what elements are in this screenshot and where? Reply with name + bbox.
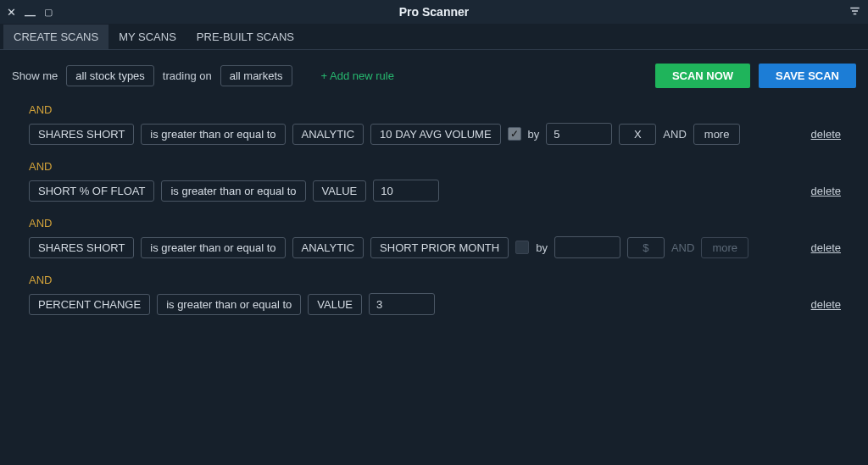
target-selector[interactable]: SHORT PRIOR MONTH [370, 237, 509, 258]
operator-selector[interactable]: is greater than or equal to [157, 294, 301, 315]
show-me-label: Show me [12, 69, 58, 82]
delete-rule-link[interactable]: delete [811, 241, 841, 254]
filter-bar: Show me all stock types trading on all m… [0, 50, 868, 97]
stock-type-selector[interactable]: all stock types [66, 65, 154, 86]
unit-selector[interactable]: $ [627, 237, 665, 258]
maximize-icon[interactable]: ▢ [44, 8, 53, 17]
and-connector: AND [0, 202, 868, 236]
value-input[interactable] [373, 180, 439, 202]
window-title: Pro Scanner [0, 5, 868, 19]
tab-bar: CREATE SCANS MY SCANS PRE-BUILT SCANS [0, 24, 868, 49]
scan-now-button[interactable]: SCAN NOW [655, 64, 750, 88]
mode-selector[interactable]: ANALYTIC [292, 237, 364, 258]
delete-rule-link[interactable]: delete [811, 185, 841, 197]
close-icon[interactable]: ✕ [7, 7, 16, 18]
save-scan-button[interactable]: SAVE SCAN [759, 64, 856, 88]
and-connector: AND [0, 97, 868, 123]
and-connector: AND [0, 145, 868, 180]
delete-rule-link[interactable]: delete [811, 128, 841, 141]
factor-input[interactable] [554, 236, 620, 258]
more-button[interactable]: more [701, 237, 748, 258]
metric-selector[interactable]: SHARES SHORT [29, 124, 134, 145]
operator-selector[interactable]: is greater than or equal to [141, 124, 285, 145]
factor-input[interactable] [546, 123, 612, 145]
by-label: by [528, 128, 540, 141]
market-selector[interactable]: all markets [220, 65, 292, 86]
unit-selector[interactable]: X [619, 124, 656, 145]
settings-icon[interactable] [849, 7, 861, 19]
mode-selector[interactable]: VALUE [313, 180, 367, 202]
by-checkbox[interactable]: ✓ [515, 241, 529, 254]
metric-selector[interactable]: SHARES SHORT [29, 237, 134, 258]
operator-selector[interactable]: is greater than or equal to [141, 237, 285, 258]
by-checkbox[interactable]: ✓ [508, 127, 521, 141]
tab-prebuilt-scans[interactable]: PRE-BUILT SCANS [186, 25, 304, 49]
by-label: by [536, 241, 548, 254]
inline-and: AND [663, 128, 686, 141]
inline-and: AND [671, 241, 694, 254]
mode-selector[interactable]: ANALYTIC [292, 124, 364, 145]
metric-selector[interactable]: SHORT % OF FLOAT [29, 180, 154, 202]
metric-selector[interactable]: PERCENT CHANGE [29, 294, 150, 315]
and-connector: AND [0, 258, 868, 293]
value-input[interactable] [369, 293, 435, 315]
operator-selector[interactable]: is greater than or equal to [161, 180, 305, 202]
minimize-icon[interactable]: — [25, 9, 36, 20]
tab-my-scans[interactable]: MY SCANS [108, 25, 186, 49]
delete-rule-link[interactable]: delete [811, 298, 841, 311]
target-selector[interactable]: 10 DAY AVG VOLUME [370, 124, 501, 145]
add-rule-link[interactable]: + Add new rule [321, 69, 394, 82]
title-bar: ✕ — ▢ Pro Scanner [0, 0, 868, 24]
tab-create-scans[interactable]: CREATE SCANS [3, 25, 108, 49]
trading-on-label: trading on [163, 69, 212, 82]
more-button[interactable]: more [693, 124, 741, 145]
mode-selector[interactable]: VALUE [308, 294, 362, 315]
